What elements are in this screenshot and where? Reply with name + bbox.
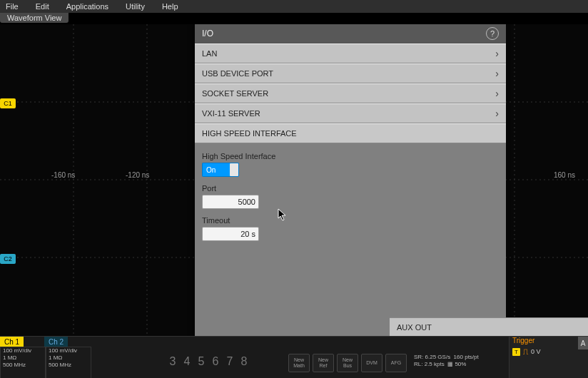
ch-scale: 100 mV/div xyxy=(3,347,43,354)
ch-bandwidth: 500 MHz xyxy=(49,362,88,369)
ch-impedance: 1 MΩ xyxy=(3,354,43,362)
ch-bandwidth: 500 MHz xyxy=(3,362,43,369)
ch2-header[interactable]: Ch 2 xyxy=(44,337,68,347)
trigger-title: Trigger xyxy=(512,337,534,344)
view-tabs: Waveform View xyxy=(0,13,588,24)
timeout-field[interactable]: 20 s xyxy=(202,227,259,241)
menu-file[interactable]: File xyxy=(3,2,27,11)
hsi-label: High Speed Interface xyxy=(202,152,499,160)
menu-help[interactable]: Help xyxy=(153,2,187,11)
chevron-right-icon: › xyxy=(495,88,499,99)
row-label: VXI-11 SERVER xyxy=(202,109,260,118)
tab-waveform-view[interactable]: Waveform View xyxy=(0,13,69,23)
time-label: 160 ns xyxy=(554,171,575,179)
toggle-state: On xyxy=(206,166,216,174)
channel-1-tag[interactable]: C1 xyxy=(0,98,16,108)
waveform-area: C1 C2 -160 ns -120 ns 160 ns I/O ? LAN› … xyxy=(0,24,588,337)
acquisition-info[interactable]: SR: 6.25 GS/s 160 pts/pt RL: 2.5 kpts ▦ … xyxy=(414,354,500,368)
chevron-right-icon: › xyxy=(495,68,499,79)
row-high-speed-interface[interactable]: HIGH SPEED INTERFACE xyxy=(195,123,506,143)
ch1-header[interactable]: Ch 1 xyxy=(0,337,24,347)
ch1-card[interactable]: 100 mV/div 1 MΩ 500 MHz xyxy=(0,347,46,378)
menubar: File Edit Applications Utility Help xyxy=(0,0,588,13)
trigger-slope-icon: ⎍ xyxy=(523,347,528,357)
chevron-right-icon: › xyxy=(495,48,499,59)
port-label: Port xyxy=(202,184,499,193)
row-label: LAN xyxy=(202,49,217,58)
io-panel: I/O ? LAN› USB DEVICE PORT› SOCKET SERVE… xyxy=(195,24,506,337)
row-label: HIGH SPEED INTERFACE xyxy=(202,129,297,138)
menu-utility[interactable]: Utility xyxy=(117,2,153,11)
channel-2-tag[interactable]: C2 xyxy=(0,254,16,264)
io-panel-title: I/O xyxy=(202,29,213,39)
trigger-level: 0 V xyxy=(531,348,541,355)
menu-applications[interactable]: Applications xyxy=(58,2,117,11)
ch2-card[interactable]: 100 mV/div 1 MΩ 500 MHz xyxy=(46,347,91,378)
io-panel-header: I/O ? xyxy=(195,24,506,43)
trigger-badge: T xyxy=(512,348,520,356)
slot-4[interactable]: 4 xyxy=(180,355,194,368)
io-row-list: LAN› USB DEVICE PORT› SOCKET SERVER› VXI… xyxy=(195,43,506,143)
timeout-label: Timeout xyxy=(202,216,499,225)
toggle-knob-icon xyxy=(230,163,238,176)
row-label: USB DEVICE PORT xyxy=(202,69,273,78)
trigger-panel[interactable]: Trigger T ⎍ 0 V A xyxy=(509,337,588,378)
ch-scale: 100 mV/div xyxy=(49,347,88,354)
slot-3[interactable]: 3 xyxy=(166,355,180,368)
hsi-subpanel: High Speed Interface On Port 5000 Timeou… xyxy=(195,143,506,337)
afg-button[interactable]: AFG xyxy=(385,354,407,372)
row-socket-server[interactable]: SOCKET SERVER› xyxy=(195,83,506,103)
row-vxi11-server[interactable]: VXI-11 SERVER› xyxy=(195,103,506,123)
time-label: -160 ns xyxy=(51,171,75,179)
row-aux-out[interactable]: AUX OUT› xyxy=(390,317,588,337)
a-button[interactable]: A xyxy=(578,337,588,349)
chevron-right-icon: › xyxy=(495,108,499,119)
row-label: AUX OUT xyxy=(397,323,432,332)
slot-6[interactable]: 6 xyxy=(208,355,223,368)
new-bus-button[interactable]: NewBus xyxy=(337,354,358,372)
port-field[interactable]: 5000 xyxy=(202,195,259,209)
channel-numbers: 3 4 5 6 7 8 xyxy=(166,349,280,374)
new-math-button[interactable]: NewMath xyxy=(288,354,310,372)
row-lan[interactable]: LAN› xyxy=(195,44,506,63)
slot-5[interactable]: 5 xyxy=(194,355,208,368)
help-icon[interactable]: ? xyxy=(486,27,499,40)
new-ref-button[interactable]: NewRef xyxy=(313,354,334,372)
hsi-toggle[interactable]: On xyxy=(202,163,239,177)
time-label: -120 ns xyxy=(126,171,149,179)
row-usb-device-port[interactable]: USB DEVICE PORT› xyxy=(195,63,506,83)
menu-edit[interactable]: Edit xyxy=(27,2,58,11)
footer: Ch 1 Ch 2 100 mV/div 1 MΩ 500 MHz 100 mV… xyxy=(0,336,588,378)
slot-8[interactable]: 8 xyxy=(237,355,251,368)
ch-impedance: 1 MΩ xyxy=(49,354,88,362)
dvm-button[interactable]: DVM xyxy=(361,354,382,372)
row-label: SOCKET SERVER xyxy=(202,89,268,98)
footer-buttons: NewMath NewRef NewBus DVM AFG xyxy=(288,354,407,372)
slot-7[interactable]: 7 xyxy=(223,355,237,368)
channel-info: Ch 1 Ch 2 100 mV/div 1 MΩ 500 MHz 100 mV… xyxy=(0,337,171,378)
